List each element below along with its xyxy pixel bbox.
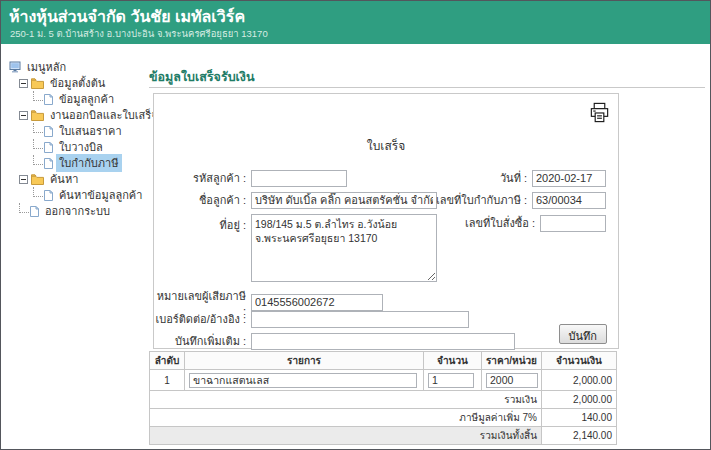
title-divider bbox=[149, 87, 705, 88]
note-label: บันทึกเพิ่มเติม : bbox=[154, 332, 246, 350]
sidebar-item-logout[interactable]: ออกจากระบบ bbox=[7, 203, 147, 219]
page-icon bbox=[44, 94, 53, 105]
sidebar-item-label: ออกจากระบบ bbox=[42, 202, 113, 220]
po-no-label: เลขที่ใบสั่งซื้อ : bbox=[465, 214, 535, 232]
tree-connector bbox=[33, 139, 43, 149]
sidebar-item-main-menu[interactable]: เมนูหลัก bbox=[7, 59, 147, 75]
page-icon bbox=[30, 206, 39, 217]
item-description-input[interactable] bbox=[189, 373, 417, 388]
sidebar-item-quotation[interactable]: ใบเสนอราคา bbox=[7, 123, 147, 139]
item-qty-input[interactable] bbox=[428, 373, 474, 388]
sidebar-item-customer-data[interactable]: ข้อมูลลูกค้า bbox=[7, 91, 147, 107]
table-row: 1 2,000.00 bbox=[150, 370, 617, 391]
tax-id-input[interactable] bbox=[251, 294, 383, 311]
address-label: ที่อยู่ : bbox=[154, 216, 246, 234]
address-textarea[interactable]: 198/145 ม.5 ต.ลำไทร อ.วังน้อย จ.พระนครศร… bbox=[251, 214, 437, 282]
tree-connector bbox=[33, 91, 43, 101]
vat-label: ภาษีมูลค่าเพิ่ม 7% bbox=[150, 409, 542, 427]
grand-total-row: รวมเงินทั้งสิ้น 2,140.00 bbox=[150, 427, 617, 445]
sidebar-item-tax-invoice[interactable]: ใบกำกับภาษี bbox=[7, 155, 147, 171]
print-button[interactable] bbox=[587, 100, 611, 124]
collapse-icon[interactable] bbox=[19, 175, 28, 184]
tax-invoice-no-label: เลขที่ใบกำกับภาษี : bbox=[436, 191, 527, 209]
customer-name-label: ชื่อลูกค้า : bbox=[154, 191, 246, 209]
col-header-no: ลำดับ bbox=[150, 352, 185, 370]
page-icon bbox=[44, 142, 53, 153]
customer-name-input[interactable] bbox=[251, 192, 437, 209]
item-unit-price-input[interactable] bbox=[486, 373, 538, 388]
sidebar-item-search-customer[interactable]: ค้นหาข้อมูลลูกค้า bbox=[7, 187, 147, 203]
item-no: 1 bbox=[150, 370, 185, 391]
tree-connector bbox=[33, 123, 43, 133]
page-icon bbox=[44, 126, 53, 137]
folder-icon bbox=[31, 110, 44, 121]
date-label: วันที่ : bbox=[500, 169, 527, 187]
company-address: 250-1 ม. 5 ต.บ้านสร้าง อ.บางปะอิน จ.พระน… bbox=[10, 26, 268, 41]
contact-input[interactable] bbox=[251, 311, 469, 328]
receipt-form-panel: ใบเสร็จ รหัสลูกค้า : ชื่อลูกค้า : ที่อยู… bbox=[153, 93, 619, 349]
item-amount: 2,000.00 bbox=[542, 370, 617, 391]
tax-invoice-no-input[interactable] bbox=[532, 192, 606, 209]
col-header-unit-price: ราคา/หน่วย bbox=[482, 352, 542, 370]
folder-icon bbox=[31, 174, 44, 185]
sidebar-item-billing-group[interactable]: งานออกบิลและใบเสร็จ bbox=[7, 107, 147, 123]
contact-label: เบอร์ติดต่อ/อ้างอิง : bbox=[154, 310, 246, 328]
subtotal-row: รวมเงิน 2,000.00 bbox=[150, 391, 617, 409]
tree-connector bbox=[33, 187, 43, 197]
printer-icon bbox=[588, 112, 611, 127]
monitor-icon bbox=[9, 61, 21, 73]
col-header-qty: จำนวน bbox=[424, 352, 482, 370]
folder-icon bbox=[31, 78, 44, 89]
date-input[interactable] bbox=[532, 170, 606, 187]
grand-total-label: รวมเงินทั้งสิ้น bbox=[150, 427, 542, 445]
collapse-icon[interactable] bbox=[19, 79, 28, 88]
customer-code-label: รหัสลูกค้า : bbox=[154, 169, 246, 187]
sidebar-item-search-group[interactable]: ค้นหา bbox=[7, 171, 147, 187]
vat-value: 140.00 bbox=[542, 409, 617, 427]
grand-total-value: 2,140.00 bbox=[542, 427, 617, 445]
collapse-icon[interactable] bbox=[19, 111, 28, 120]
app-window: ห้างหุ้นส่วนจำกัด วันชัย เมทัลเวิร์ค 250… bbox=[0, 0, 711, 450]
sidebar-item-billing-note[interactable]: ใบวางบิล bbox=[7, 139, 147, 155]
page-icon bbox=[44, 158, 53, 169]
save-button[interactable]: บันทึก bbox=[559, 324, 607, 344]
col-header-description: รายการ bbox=[185, 352, 424, 370]
tree-connector bbox=[19, 203, 29, 213]
customer-code-input[interactable] bbox=[251, 170, 347, 187]
note-input[interactable] bbox=[251, 333, 515, 350]
col-header-amount: จำนวนเงิน bbox=[542, 352, 617, 370]
tree-connector bbox=[33, 155, 43, 165]
sidebar-menu: เมนูหลัก ข้อมูลตั้งต้น ข้อมูลลูกค้า งานอ… bbox=[7, 59, 147, 219]
items-table: ลำดับ รายการ จำนวน ราคา/หน่วย จำนวนเงิน … bbox=[149, 351, 617, 445]
header-bar: ห้างหุ้นส่วนจำกัด วันชัย เมทัลเวิร์ค 250… bbox=[1, 1, 710, 44]
items-table-header-row: ลำดับ รายการ จำนวน ราคา/หน่วย จำนวนเงิน bbox=[150, 352, 617, 370]
subtotal-value: 2,000.00 bbox=[542, 391, 617, 409]
sidebar-item-master-data[interactable]: ข้อมูลตั้งต้น bbox=[7, 75, 147, 91]
subtotal-label: รวมเงิน bbox=[150, 391, 542, 409]
po-no-input[interactable] bbox=[540, 215, 606, 232]
page-title: ข้อมูลใบเสร็จรับเงิน bbox=[149, 67, 255, 87]
page-icon bbox=[44, 190, 53, 201]
form-title: ใบเสร็จ bbox=[154, 136, 618, 155]
vat-row: ภาษีมูลค่าเพิ่ม 7% 140.00 bbox=[150, 409, 617, 427]
